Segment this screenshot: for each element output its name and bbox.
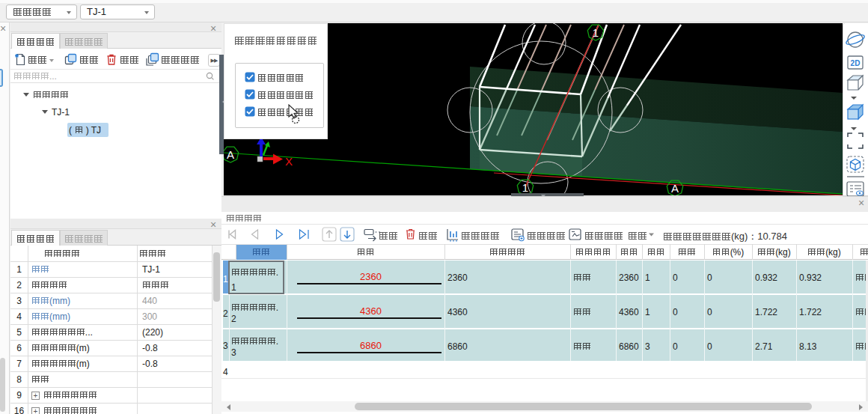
svg-text:1: 1	[522, 181, 528, 194]
svg-text:A: A	[227, 148, 234, 161]
svg-text:A: A	[671, 182, 679, 195]
svg-text:2D: 2D	[851, 59, 861, 67]
svg-text:1: 1	[593, 26, 599, 39]
svg-text:X: X	[285, 155, 293, 168]
